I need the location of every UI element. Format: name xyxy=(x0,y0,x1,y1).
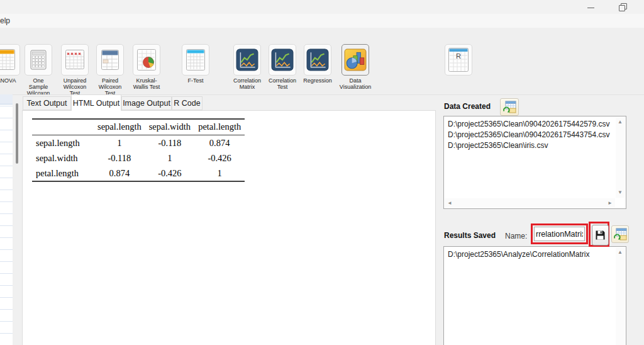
toolbar-label: Paired Wilcoxon Test xyxy=(94,77,126,95)
table-cyan-header-icon xyxy=(182,44,209,76)
scroll-down-icon[interactable]: ▼ xyxy=(618,190,623,195)
table-row: sepal.width -0.118 1 -0.426 xyxy=(32,150,245,166)
table-red-marks-icon xyxy=(61,44,89,76)
toolbar-label: Kruskal-Wallis Test xyxy=(130,77,164,90)
html-output-content: sepal.length sepal.width petal.length se… xyxy=(22,110,436,345)
toolbar-button-unpaired-wilcoxon[interactable]: Unpaired Wilcoxon Test xyxy=(58,44,91,95)
scroll-up-icon[interactable]: ▲ xyxy=(618,120,623,125)
toolbar-label: F-Test xyxy=(179,77,213,84)
horizontal-scrollbar[interactable]: ◄ ► xyxy=(445,198,615,208)
annotation-box-save-button xyxy=(589,222,609,247)
table-blue-header-icon xyxy=(96,44,124,76)
chart-navy-icon xyxy=(233,44,261,76)
save-results-button[interactable] xyxy=(592,225,609,246)
vertical-scrollbar[interactable]: ▲ xyxy=(616,247,625,345)
vertical-scrollbar[interactable]: ▲ ▼ xyxy=(616,117,625,198)
table-header-row: sepal.length sepal.width petal.length xyxy=(32,119,245,135)
list-item[interactable]: D:\project25365\Analyze\CorrelationMatri… xyxy=(448,249,613,260)
r-letter-label: R xyxy=(445,52,472,60)
toolbar-button-correlation-test[interactable]: Correlation Test xyxy=(267,44,298,90)
list-item[interactable]: D:\project25365\Clean\09042026175442579.… xyxy=(448,119,613,130)
file-list: D:\project25365\Analyze\CorrelationMatri… xyxy=(448,249,613,260)
minimize-icon xyxy=(587,8,594,8)
vertical-scrollbar-thumb[interactable] xyxy=(16,103,18,164)
scroll-left-icon[interactable]: ◄ xyxy=(447,201,452,206)
table-row: petal.length 0.874 -0.426 1 xyxy=(32,166,245,181)
results-saved-listbox[interactable]: D:\project25365\Analyze\CorrelationMatri… xyxy=(443,246,626,345)
data-created-listbox[interactable]: D:\project25365\Clean\09042026175442579.… xyxy=(443,116,626,209)
table-row: sepal.length 1 -0.118 0.874 xyxy=(32,135,245,151)
title-bar xyxy=(0,0,644,14)
col-header: sepal.width xyxy=(145,119,194,135)
open-results-button[interactable] xyxy=(611,225,629,243)
open-data-button[interactable] xyxy=(500,98,519,116)
col-header: petal.length xyxy=(194,119,245,135)
data-created-label: Data Created xyxy=(444,102,491,111)
annotation-box-name-input xyxy=(531,223,588,244)
tab-r-code[interactable]: R Code xyxy=(172,96,203,110)
file-list: D:\project25365\Clean\09042026175442579.… xyxy=(448,119,613,151)
restore-button[interactable] xyxy=(611,0,633,14)
data-grid-sliver[interactable] xyxy=(0,94,13,345)
toolbar-button-f-test[interactable]: F-Test xyxy=(179,44,213,84)
toolbar: ANOVA One Sample Wilcoxon Test xyxy=(0,28,644,95)
toolbar-button-correlation-matrix[interactable]: Correlation Matrix xyxy=(231,44,263,90)
result-name-input[interactable] xyxy=(534,227,585,241)
chart-navy-icon xyxy=(269,44,296,76)
menu-bar: elp xyxy=(0,14,644,28)
data-grid-header xyxy=(0,94,13,105)
tab-image-output[interactable]: Image Output xyxy=(121,96,172,110)
list-item[interactable]: D:\project25365\Clean\09042026175443754.… xyxy=(448,130,613,140)
toolbar-label: One Sample Wilcoxon Test xyxy=(23,77,54,95)
app-window: elp ANOVA xyxy=(0,0,644,345)
list-item[interactable]: D:\project25365\Clean\iris.csv xyxy=(448,140,613,151)
toolbar-label: ANOVA xyxy=(0,77,21,84)
table-pie-icon xyxy=(133,44,160,76)
toolbar-label: Data Visualization xyxy=(338,77,372,90)
col-header: sepal.length xyxy=(94,119,145,135)
toolbar-button-r[interactable]: R xyxy=(442,44,475,76)
toolbar-label: Unpaired Wilcoxon Test xyxy=(58,77,91,95)
save-floppy-icon xyxy=(595,230,606,240)
tab-text-output[interactable]: Text Output xyxy=(23,96,71,110)
r-syntax-icon: R xyxy=(445,44,472,76)
data-visualization-icon xyxy=(341,44,369,76)
toolbar-label: Correlation Matrix xyxy=(231,77,263,90)
calculator-icon xyxy=(25,44,52,76)
results-saved-label: Results Saved xyxy=(444,231,496,240)
anova-icon xyxy=(0,44,20,76)
spreadsheet-export-icon xyxy=(613,228,627,240)
toolbar-button-data-visualization[interactable]: Data Visualization xyxy=(338,44,372,90)
toolbar-button-one-sample-wilcoxon[interactable]: One Sample Wilcoxon Test xyxy=(23,44,54,95)
name-label: Name: xyxy=(505,232,527,240)
scroll-up-icon[interactable]: ▲ xyxy=(618,250,623,255)
scroll-right-icon[interactable]: ► xyxy=(608,201,613,206)
tab-html-output[interactable]: HTML Output xyxy=(71,94,121,111)
minimize-button[interactable] xyxy=(580,0,601,14)
toolbar-label: Correlation Test xyxy=(267,77,298,90)
toolbar-button-anova[interactable]: ANOVA xyxy=(0,44,21,84)
menu-item-help-partial[interactable]: elp xyxy=(0,16,10,25)
toolbar-label: Regression xyxy=(302,77,333,84)
toolbar-button-kruskal-wallis[interactable]: Kruskal-Wallis Test xyxy=(130,44,164,90)
toolbar-button-regression[interactable]: Regression xyxy=(302,44,333,84)
toolbar-button-paired-wilcoxon[interactable]: Paired Wilcoxon Test xyxy=(94,44,126,95)
chart-navy-icon xyxy=(304,44,331,76)
correlation-matrix-table: sepal.length sepal.width petal.length se… xyxy=(32,118,245,182)
spreadsheet-export-icon xyxy=(502,101,516,113)
